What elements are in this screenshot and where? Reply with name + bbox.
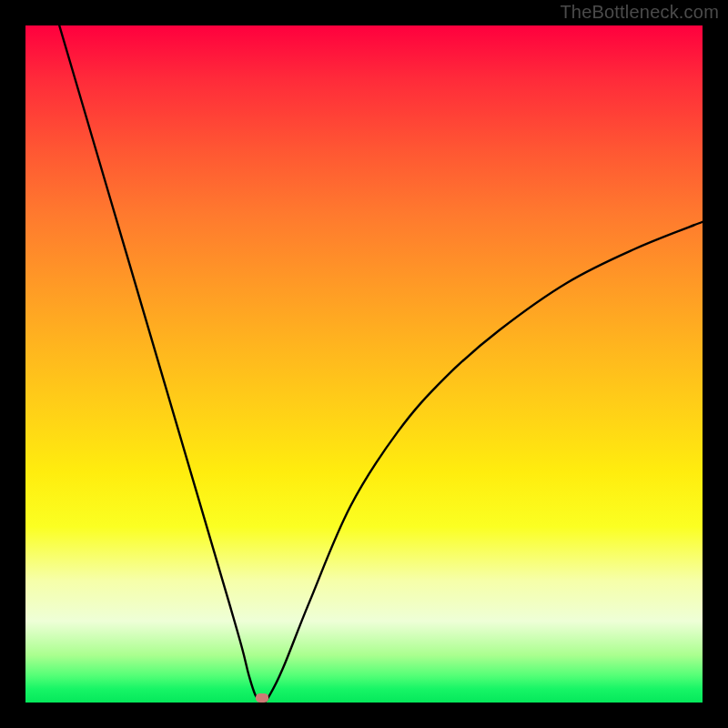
watermark-text: TheBottleneck.com bbox=[560, 2, 719, 23]
bottleneck-curve bbox=[59, 25, 703, 703]
chart-frame: TheBottleneck.com bbox=[0, 0, 728, 728]
plot-area bbox=[25, 25, 703, 703]
minimum-marker bbox=[256, 693, 268, 703]
curve-svg bbox=[25, 25, 703, 703]
